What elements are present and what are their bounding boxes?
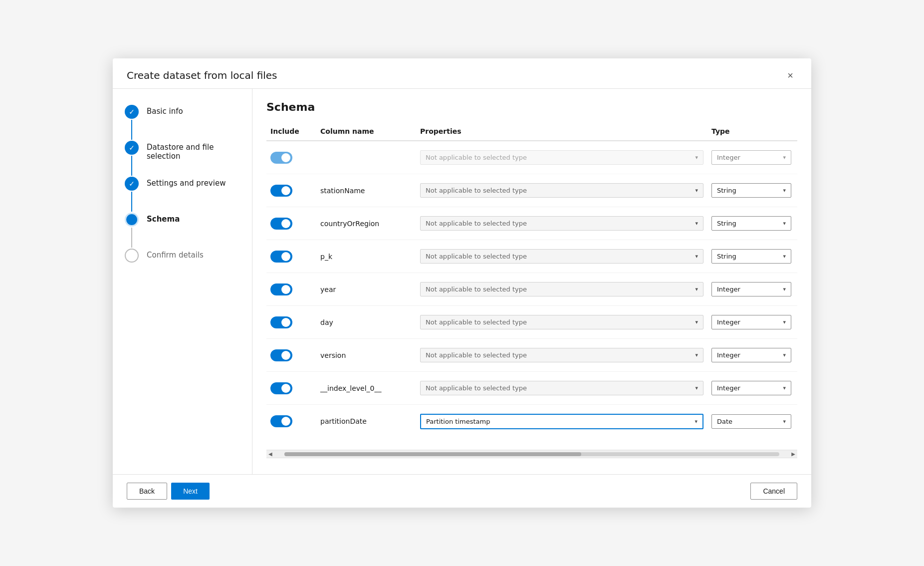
cell-type-index: Integer ▾ [707,377,797,399]
properties-dropdown-index[interactable]: Not applicable to selected type ▾ [420,381,703,395]
connector-4 [131,228,132,248]
close-button[interactable]: × [783,68,797,82]
chevron-down-icon: ▾ [695,286,698,292]
main-content: Schema Include Column name Properties Ty… [252,89,811,474]
properties-dropdown-version[interactable]: Not applicable to selected type ▾ [420,348,703,362]
step-circle-settings: ✓ [125,177,139,191]
toggle-stationname[interactable] [270,185,292,197]
chevron-down-icon: ▾ [783,352,786,358]
step-confirm: Confirm details [125,249,240,263]
dialog-body: ✓ Basic info ✓ Datastore and file select… [113,89,811,474]
step-circle-datastore: ✓ [125,141,139,155]
properties-dropdown[interactable]: Not applicable to selected type ▾ [420,150,703,165]
cell-properties-version: Not applicable to selected type ▾ [416,344,707,366]
chevron-down-icon: ▾ [694,418,697,425]
type-dropdown-index[interactable]: Integer ▾ [711,381,791,395]
scroll-right-arrow[interactable]: ▶ [789,451,797,457]
properties-dropdown-pk[interactable]: Not applicable to selected type ▾ [420,249,703,264]
chevron-down-icon: ▾ [783,385,786,391]
cell-colname-index: __index_level_0__ [316,380,416,396]
cell-include-version [266,345,316,365]
check-icon: ✓ [129,108,135,116]
table-row: partitionDate Partition timestamp ▾ Date… [266,405,797,438]
toggle-partial[interactable] [270,152,292,164]
properties-dropdown-country[interactable]: Not applicable to selected type ▾ [420,216,703,231]
chevron-down-icon: ▾ [783,220,786,227]
horizontal-scrollbar[interactable]: ◀ ▶ [266,450,797,458]
schema-table-scroll[interactable]: Not applicable to selected type ▾ Intege… [266,141,797,450]
step-settings: ✓ Settings and preview [125,177,240,213]
cell-include-day [266,312,316,332]
type-dropdown-day[interactable]: Integer ▾ [711,315,791,329]
step-circle-confirm [125,249,139,263]
col-header-column-name: Column name [316,127,416,135]
chevron-down-icon: ▾ [695,385,698,391]
properties-dropdown-day[interactable]: Not applicable to selected type ▾ [420,315,703,329]
col-header-include: Include [266,127,316,135]
cell-properties-year: Not applicable to selected type ▾ [416,278,707,300]
toggle-year[interactable] [270,283,292,295]
cell-colname [316,154,416,162]
type-dropdown-stationname[interactable]: String ▾ [711,183,791,198]
table-row: countryOrRegion Not applicable to select… [266,207,797,240]
back-button[interactable]: Back [127,483,167,500]
type-dropdown-year[interactable]: Integer ▾ [711,282,791,296]
type-dropdown-partitiondate[interactable]: Date ▾ [711,414,791,429]
check-icon-2: ✓ [129,144,135,152]
properties-dropdown-partitiondate[interactable]: Partition timestamp ▾ [420,414,703,429]
table-row: p_k Not applicable to selected type ▾ St… [266,240,797,273]
col-header-properties: Properties [416,127,707,135]
toggle-knob [281,186,290,195]
cancel-button[interactable]: Cancel [750,483,797,500]
scroll-left-arrow[interactable]: ◀ [266,451,274,457]
toggle-knob [281,153,290,162]
chevron-down-icon: ▾ [695,319,698,325]
sidebar-item-settings: Settings and preview [147,177,226,188]
connector-1 [131,120,132,140]
table-row: version Not applicable to selected type … [266,339,797,372]
cell-include-stationname [266,181,316,201]
footer-left-buttons: Back Next [127,483,210,500]
create-dataset-dialog: Create dataset from local files × ✓ Basi… [113,58,811,508]
chevron-down-icon: ▾ [695,220,698,227]
sidebar-item-schema: Schema [147,213,180,224]
toggle-country[interactable] [270,218,292,230]
type-dropdown-version[interactable]: Integer ▾ [711,348,791,362]
toggle-knob [281,417,290,426]
chevron-down-icon: ▾ [783,187,786,194]
toggle-pk[interactable] [270,251,292,263]
chevron-down-icon: ▾ [783,286,786,292]
sidebar: ✓ Basic info ✓ Datastore and file select… [113,89,252,474]
cell-include-year [266,280,316,299]
cell-colname-version: version [316,347,416,363]
cell-include-pk [266,247,316,267]
step-datastore: ✓ Datastore and file selection [125,141,240,177]
type-dropdown[interactable]: Integer ▾ [711,150,791,165]
toggle-knob [281,318,290,327]
toggle-index[interactable] [270,382,292,394]
table-row: stationName Not applicable to selected t… [266,174,797,207]
table-row: day Not applicable to selected type ▾ In… [266,306,797,339]
dialog-header: Create dataset from local files × [113,58,811,89]
cell-type: Integer ▾ [707,146,797,169]
chevron-down-icon: ▾ [695,352,698,358]
horiz-thumb [284,452,582,456]
type-dropdown-pk[interactable]: String ▾ [711,249,791,264]
cell-include [266,148,316,168]
properties-dropdown-stationname[interactable]: Not applicable to selected type ▾ [420,183,703,198]
cell-include-country [266,214,316,234]
type-dropdown-country[interactable]: String ▾ [711,216,791,231]
horiz-track [284,452,780,456]
next-button[interactable]: Next [171,483,210,500]
toggle-partitiondate[interactable] [270,415,292,427]
toggle-version[interactable] [270,349,292,361]
cell-properties-country: Not applicable to selected type ▾ [416,212,707,235]
column-headers-wrapper: Include Column name Properties Type [266,121,797,141]
cell-colname-year: year [316,282,416,297]
properties-dropdown-year[interactable]: Not applicable to selected type ▾ [420,282,703,296]
cell-colname-country: countryOrRegion [316,216,416,232]
cell-properties-index: Not applicable to selected type ▾ [416,377,707,399]
cell-type-day: Integer ▾ [707,311,797,333]
toggle-knob [281,384,290,393]
toggle-day[interactable] [270,316,292,328]
